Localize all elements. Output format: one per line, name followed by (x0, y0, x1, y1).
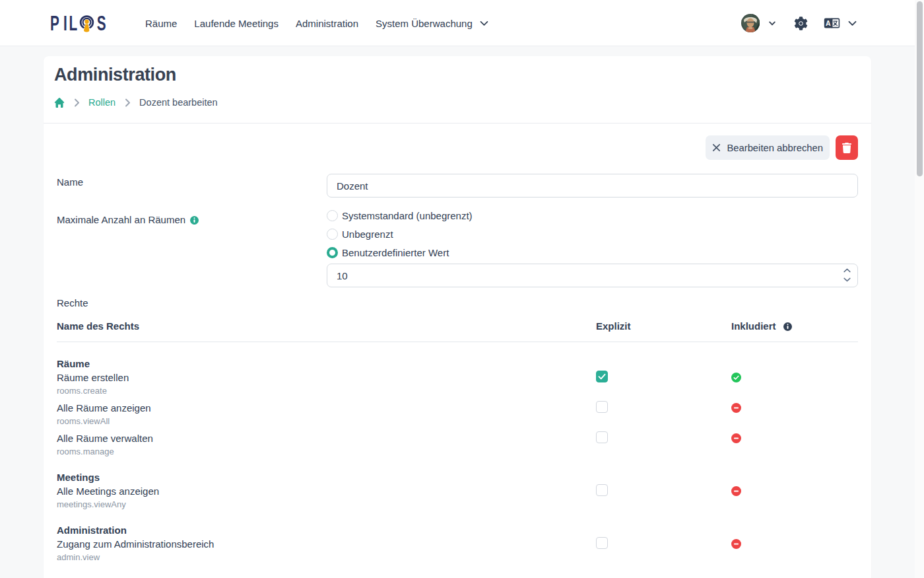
svg-text:A: A (826, 19, 831, 27)
svg-text:I: I (63, 12, 67, 35)
svg-text:P: P (50, 12, 59, 35)
svg-text:L: L (69, 12, 78, 35)
svg-text:S: S (97, 12, 106, 35)
